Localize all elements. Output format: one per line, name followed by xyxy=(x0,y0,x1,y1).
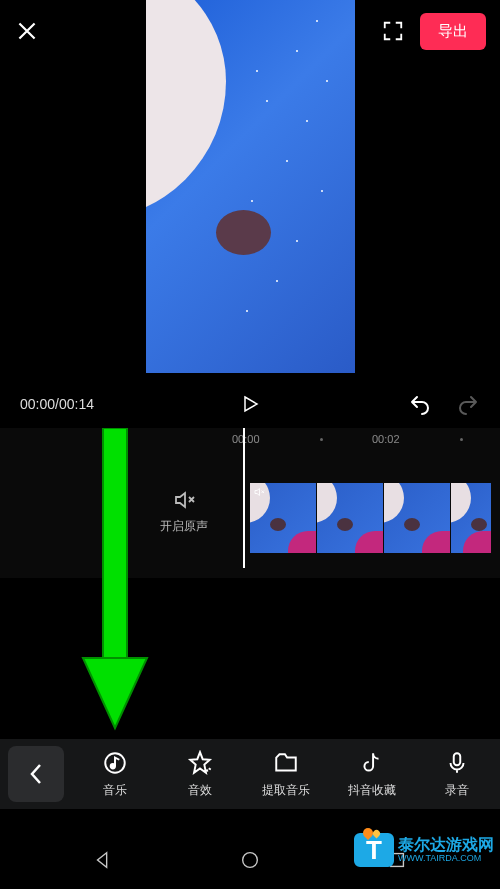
watermark-badge: T xyxy=(354,833,394,867)
music-icon xyxy=(102,750,128,776)
svg-rect-4 xyxy=(454,753,461,765)
chevron-left-icon xyxy=(29,763,43,785)
watermark: T 泰尔达游戏网 WWW.TAIRDA.COM xyxy=(354,833,494,867)
douyin-icon xyxy=(359,750,385,776)
playback-bar: 00:00/00:14 xyxy=(0,384,500,424)
export-button[interactable]: 导出 xyxy=(420,13,486,50)
timeline[interactable]: 00:00 00:02 开启原声 xyxy=(0,428,500,578)
ruler-dot xyxy=(320,438,323,441)
redo-icon[interactable] xyxy=(456,392,480,416)
speaker-muted-icon xyxy=(172,488,196,512)
tool-label: 录音 xyxy=(445,782,469,799)
play-icon[interactable] xyxy=(238,392,262,416)
tool-sfx[interactable]: 音效 xyxy=(158,750,244,799)
tool-label: 抖音收藏 xyxy=(348,782,396,799)
back-button[interactable] xyxy=(8,746,64,802)
tool-label: 提取音乐 xyxy=(262,782,310,799)
ruler-mark: 00:02 xyxy=(372,433,400,445)
total-time: 00:14 xyxy=(59,396,94,412)
tool-music[interactable]: 音乐 xyxy=(72,750,158,799)
mic-icon xyxy=(444,750,470,776)
tool-douyin[interactable]: 抖音收藏 xyxy=(329,750,415,799)
nav-home-icon[interactable] xyxy=(239,849,261,871)
tool-record[interactable]: 录音 xyxy=(414,750,500,799)
watermark-url: WWW.TAIRDA.COM xyxy=(398,853,494,863)
watermark-text: 泰尔达游戏网 xyxy=(398,837,494,853)
star-icon xyxy=(187,750,213,776)
clip-thumbnail[interactable] xyxy=(384,483,450,553)
tool-label: 音乐 xyxy=(103,782,127,799)
clip-thumbnail[interactable] xyxy=(451,483,491,553)
tool-label: 音效 xyxy=(188,782,212,799)
timeline-ruler: 00:00 00:02 xyxy=(0,428,500,450)
current-time: 00:00 xyxy=(20,396,55,412)
audio-toolbar: 音乐 音效 提取音乐 抖音收藏 录音 xyxy=(0,739,500,809)
close-icon[interactable] xyxy=(14,18,40,44)
playhead[interactable] xyxy=(243,428,245,568)
original-sound-toggle[interactable]: 开启原声 xyxy=(160,488,208,535)
fullscreen-icon[interactable] xyxy=(382,20,404,42)
time-display: 00:00/00:14 xyxy=(20,396,170,412)
ruler-mark: 00:00 xyxy=(232,433,260,445)
mute-label: 开启原声 xyxy=(160,518,208,535)
clip-thumbnail[interactable] xyxy=(317,483,383,553)
ruler-dot xyxy=(460,438,463,441)
speaker-muted-icon xyxy=(253,486,265,498)
clip-thumbnail[interactable] xyxy=(250,483,316,553)
folder-icon xyxy=(273,750,299,776)
header: 导出 xyxy=(0,0,500,62)
svg-point-5 xyxy=(243,853,258,868)
tool-extract[interactable]: 提取音乐 xyxy=(243,750,329,799)
undo-icon[interactable] xyxy=(408,392,432,416)
clip-track[interactable] xyxy=(250,483,500,553)
svg-marker-1 xyxy=(83,658,147,728)
nav-back-icon[interactable] xyxy=(92,849,114,871)
